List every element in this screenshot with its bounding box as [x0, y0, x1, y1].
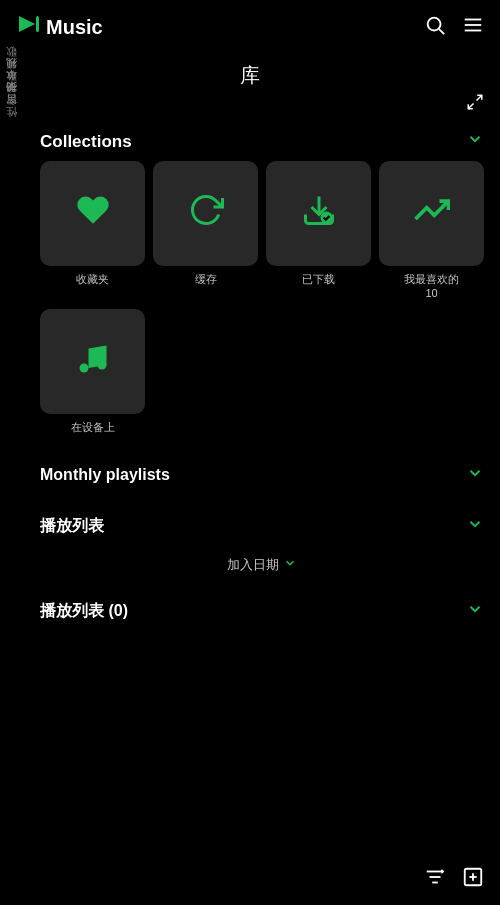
- menu-icon[interactable]: [462, 14, 484, 41]
- playlist-count-chevron[interactable]: [466, 600, 484, 623]
- collection-label-cache: 缓存: [195, 272, 217, 286]
- heart-icon: [75, 192, 111, 236]
- svg-point-2: [428, 17, 441, 30]
- search-icon[interactable]: [424, 14, 446, 41]
- monthly-playlists-section[interactable]: Monthly playlists: [40, 450, 484, 501]
- collection-downloaded[interactable]: 已下载: [266, 161, 371, 301]
- page-title-wrap: 库: [0, 54, 500, 93]
- svg-line-7: [477, 95, 482, 100]
- sort-row: 加入日期: [40, 552, 484, 586]
- sort-label: 加入日期: [227, 556, 279, 574]
- side-labels: 歌 视频 歌单 秘书架 留言 性: [0, 60, 28, 132]
- bottom-toolbar: [0, 854, 500, 905]
- collections-chevron[interactable]: [466, 130, 484, 153]
- playlist-section[interactable]: 播放列表: [40, 501, 484, 552]
- collection-card-cache: [153, 161, 258, 266]
- collections-row2: 在设备上: [40, 309, 484, 434]
- main-content: Collections 收藏夹: [0, 120, 500, 637]
- collection-label-on-device: 在设备上: [71, 420, 115, 434]
- expand-row: [0, 93, 500, 120]
- collection-cache[interactable]: 缓存: [153, 161, 258, 301]
- music-note-icon: [75, 341, 111, 381]
- playlist-chevron[interactable]: [466, 515, 484, 538]
- side-label-2[interactable]: 视频: [0, 72, 28, 84]
- filter-list-icon[interactable]: [424, 866, 446, 893]
- add-to-library-icon[interactable]: [462, 866, 484, 893]
- svg-marker-0: [19, 16, 35, 32]
- collection-label-downloaded: 已下载: [302, 272, 335, 286]
- sort-direction-icon[interactable]: [283, 556, 297, 573]
- svg-rect-1: [36, 16, 39, 32]
- collection-label-favorites: 收藏夹: [76, 272, 109, 286]
- header-left: Music: [16, 12, 103, 42]
- side-label-5[interactable]: 留言: [0, 108, 28, 120]
- header: Music: [0, 0, 500, 54]
- page-title: 库: [240, 64, 260, 86]
- collection-card-top10: [379, 161, 484, 266]
- svg-line-3: [439, 29, 444, 34]
- playlist-count-section[interactable]: 播放列表 (0): [40, 586, 484, 637]
- header-right: [424, 14, 484, 41]
- side-label-1[interactable]: 歌: [0, 60, 28, 72]
- playlist-title: 播放列表: [40, 516, 104, 537]
- side-label-6[interactable]: 性: [0, 120, 28, 132]
- collection-card-favorites: [40, 161, 145, 266]
- svg-line-8: [468, 104, 473, 109]
- logo-icon: [16, 12, 40, 42]
- expand-icon[interactable]: [466, 93, 484, 116]
- collection-card-on-device: [40, 309, 145, 414]
- monthly-playlists-chevron[interactable]: [466, 464, 484, 487]
- trending-icon: [414, 192, 450, 236]
- playlist-count-title: 播放列表 (0): [40, 601, 128, 622]
- collection-on-device[interactable]: 在设备上: [40, 309, 145, 434]
- refresh-icon: [188, 192, 224, 236]
- app-title: Music: [46, 16, 103, 39]
- monthly-playlists-title: Monthly playlists: [40, 466, 170, 484]
- side-label-3[interactable]: 歌单: [0, 84, 28, 96]
- download-check-icon: [301, 192, 337, 236]
- svg-point-12: [97, 361, 106, 370]
- svg-point-11: [79, 364, 88, 373]
- side-label-4[interactable]: 秘书架: [0, 96, 28, 108]
- collections-grid: 收藏夹 缓存: [40, 161, 484, 301]
- collection-top10[interactable]: 我最喜欢的10: [379, 161, 484, 301]
- collection-card-downloaded: [266, 161, 371, 266]
- collection-favorites[interactable]: 收藏夹: [40, 161, 145, 301]
- collections-section-header: Collections: [40, 120, 484, 161]
- collections-title: Collections: [40, 132, 132, 152]
- collection-label-top10: 我最喜欢的10: [404, 272, 459, 301]
